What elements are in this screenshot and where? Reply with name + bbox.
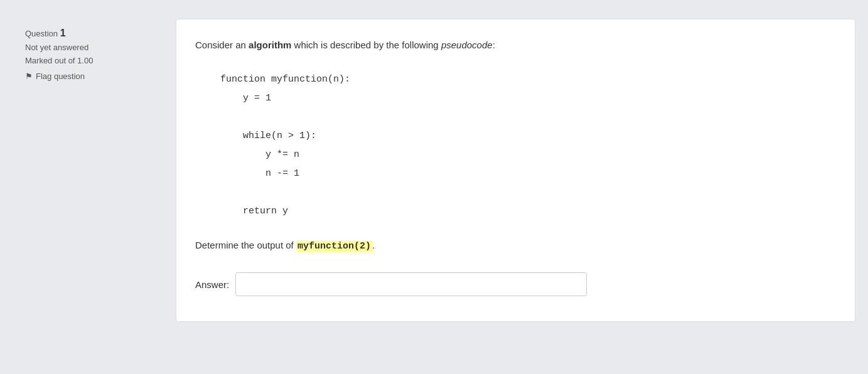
determine-text: Determine the output of myfunction(2). [195, 238, 836, 254]
code-line-7 [220, 183, 836, 202]
question-status: Not yet answered [25, 43, 163, 52]
code-line-2: y = 1 [220, 89, 836, 108]
question-text: Consider an algorithm which is described… [195, 38, 836, 53]
flag-question-button[interactable]: ⚑ Flag question [25, 72, 163, 81]
marked-out-of: Marked out of 1.00 [25, 56, 163, 65]
question-label: Question 1 [25, 28, 163, 39]
code-line-6: n -= 1 [220, 164, 836, 183]
code-line-3 [220, 108, 836, 127]
algo-word: algorithm [249, 40, 291, 50]
page-container: Question 1 Not yet answered Marked out o… [13, 19, 855, 322]
flag-icon: ⚑ [25, 72, 33, 81]
sidebar: Question 1 Not yet answered Marked out o… [13, 19, 176, 322]
pseudo-word: pseudocode [441, 40, 493, 50]
question-colon: : [493, 40, 495, 50]
code-line-1: function myfunction(n): [220, 70, 836, 89]
intro-after-algo: which is described by the following [291, 40, 441, 50]
question-prefix: Question [25, 29, 58, 38]
determine-code: myfunction(2) [296, 240, 372, 252]
code-line-8: return y [220, 202, 836, 221]
code-block: function myfunction(n): y = 1 while(n > … [220, 70, 836, 221]
intro-before-algo: Consider an [195, 40, 249, 50]
code-line-5: y *= n [220, 146, 836, 164]
code-line-4: while(n > 1): [220, 127, 836, 146]
flag-label: Flag question [36, 72, 85, 81]
determine-before: Determine the output of [195, 240, 296, 250]
answer-label: Answer: [195, 279, 229, 290]
determine-after: . [372, 240, 375, 250]
question-number: 1 [60, 28, 66, 38]
answer-section: Answer: [195, 272, 836, 296]
main-content: Consider an algorithm which is described… [176, 19, 855, 322]
answer-input[interactable] [235, 272, 587, 296]
